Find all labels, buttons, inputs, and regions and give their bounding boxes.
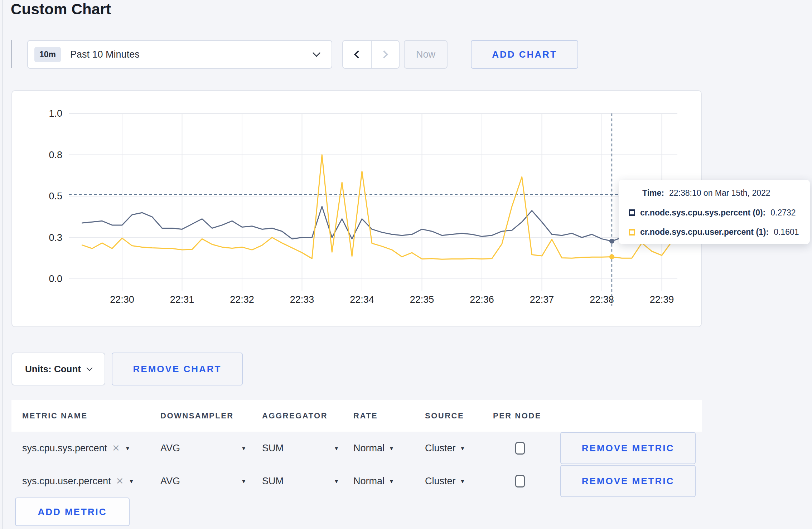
aggregator-value: SUM [262,443,284,454]
svg-text:22:34: 22:34 [350,294,374,305]
col-header-metric-name: METRIC NAME [22,411,160,421]
dropdown-caret-icon: ▼ [125,445,130,451]
time-range-label: Past 10 Minutes [70,49,314,60]
downsampler-dropdown[interactable]: AVG ▼ [160,476,246,487]
col-header-rate: RATE [353,411,425,421]
user-percent-swatch-icon [629,229,635,236]
svg-text:0.0: 0.0 [49,273,62,284]
tooltip-user-value: 0.1601 [774,227,799,237]
next-time-button[interactable] [371,41,399,68]
downsampler-value: AVG [160,443,180,454]
svg-text:22:35: 22:35 [410,294,434,305]
col-header-aggregator: AGGREGATOR [262,411,353,421]
metric-table-row: sys.cpu.sys.percent ✕ ▼ AVG ▼ SUM ▼ Norm… [11,432,702,465]
now-button[interactable]: Now [404,40,448,69]
svg-text:22:32: 22:32 [230,294,254,305]
time-range-badge: 10m [34,47,61,62]
dropdown-caret-icon: ▼ [389,445,394,451]
tooltip-sys-value: 0.2732 [770,208,796,218]
tooltip-series-row: cr.node.sys.cpu.sys.percent (0): 0.2732 [629,208,803,218]
col-header-per-node: PER NODE [493,411,560,421]
col-header-source: SOURCE [425,411,493,421]
aggregator-dropdown[interactable]: SUM ▼ [262,476,339,487]
aggregator-dropdown[interactable]: SUM ▼ [262,443,339,454]
chart-card: 0.00.30.50.81.022:3022:3122:3222:3322:34… [11,90,702,327]
downsampler-value: AVG [160,476,180,487]
metric-name-dropdown[interactable]: sys.cpu.user.percent ✕ ▼ [22,476,160,487]
tooltip-time-label: Time: [642,188,664,198]
chevron-right-icon [380,50,388,59]
rate-value: Normal [353,443,385,454]
metric-name-dropdown[interactable]: sys.cpu.sys.percent ✕ ▼ [22,443,160,454]
time-range-dropdown[interactable]: 10m Past 10 Minutes [27,40,332,69]
tooltip-sys-label: cr.node.sys.cpu.sys.percent (0): [640,208,765,218]
svg-text:0.3: 0.3 [49,232,62,243]
units-dropdown[interactable]: Units: Count [11,353,105,385]
per-node-checkbox[interactable] [515,475,525,487]
svg-text:1.0: 1.0 [49,108,62,119]
aggregator-value: SUM [262,476,284,487]
rate-value: Normal [353,476,385,487]
rate-dropdown[interactable]: Normal ▼ [353,443,425,454]
col-header-downsampler: DOWNSAMPLER [160,411,262,421]
svg-text:22:37: 22:37 [530,294,554,305]
dropdown-caret-icon: ▼ [389,478,394,484]
page-title: Custom Chart [11,1,111,18]
clear-metric-icon[interactable]: ✕ [116,476,124,487]
remove-metric-button[interactable]: REMOVE METRIC [560,465,696,497]
metrics-table-header: METRIC NAME DOWNSAMPLER AGGREGATOR RATE … [11,400,702,432]
dropdown-caret-icon: ▼ [241,445,246,451]
dropdown-caret-icon: ▼ [129,478,134,484]
remove-metric-button[interactable]: REMOVE METRIC [560,432,696,464]
toolbar-divider [11,40,12,68]
prev-time-button[interactable] [343,41,371,68]
source-value: Cluster [425,476,456,487]
svg-text:22:38: 22:38 [590,294,614,305]
add-metric-button[interactable]: ADD METRIC [15,498,130,526]
dropdown-caret-icon: ▼ [460,445,465,451]
downsampler-dropdown[interactable]: AVG ▼ [160,443,246,454]
sys-percent-swatch-icon [629,209,635,216]
dropdown-caret-icon: ▼ [241,478,246,484]
chevron-down-icon [86,365,92,371]
tooltip-user-label: cr.node.sys.cpu.user.percent (1): [640,227,769,237]
clear-metric-icon[interactable]: ✕ [112,443,120,454]
dropdown-caret-icon: ▼ [334,445,339,451]
tooltip-time-row: Time: 22:38:10 on Mar 15th, 2022 [629,188,803,198]
chevron-left-icon [354,50,362,59]
remove-chart-button[interactable]: REMOVE CHART [112,353,243,385]
source-value: Cluster [425,443,456,454]
chart-hover-tooltip: Time: 22:38:10 on Mar 15th, 2022 cr.node… [619,180,810,244]
tooltip-time-value: 22:38:10 on Mar 15th, 2022 [669,188,770,198]
svg-text:22:30: 22:30 [110,294,134,305]
per-node-checkbox[interactable] [515,442,525,455]
tooltip-series-row: cr.node.sys.cpu.user.percent (1): 0.1601 [629,227,803,237]
rate-dropdown[interactable]: Normal ▼ [353,476,425,487]
source-dropdown[interactable]: Cluster ▼ [425,476,493,487]
svg-text:22:39: 22:39 [650,294,674,305]
page-left-edge [2,0,3,529]
custom-chart-page: Custom Chart 10m Past 10 Minutes Now ADD… [0,0,812,529]
svg-text:22:33: 22:33 [290,294,314,305]
svg-text:0.8: 0.8 [49,150,62,160]
units-label: Units: Count [25,364,81,375]
svg-text:22:31: 22:31 [170,294,194,305]
dropdown-caret-icon: ▼ [460,478,465,484]
add-chart-button[interactable]: ADD CHART [471,40,578,69]
dropdown-caret-icon: ▼ [334,478,339,484]
timeseries-chart[interactable]: 0.00.30.50.81.022:3022:3122:3222:3322:34… [12,91,701,326]
chevron-down-icon [313,49,321,57]
svg-text:0.5: 0.5 [49,191,62,202]
metric-name-value: sys.cpu.user.percent [22,476,111,487]
metric-name-value: sys.cpu.sys.percent [22,443,107,454]
source-dropdown[interactable]: Cluster ▼ [425,443,493,454]
metric-table-row: sys.cpu.user.percent ✕ ▼ AVG ▼ SUM ▼ Nor… [11,465,702,498]
svg-text:22:36: 22:36 [470,294,494,305]
time-nav-group [342,40,400,69]
